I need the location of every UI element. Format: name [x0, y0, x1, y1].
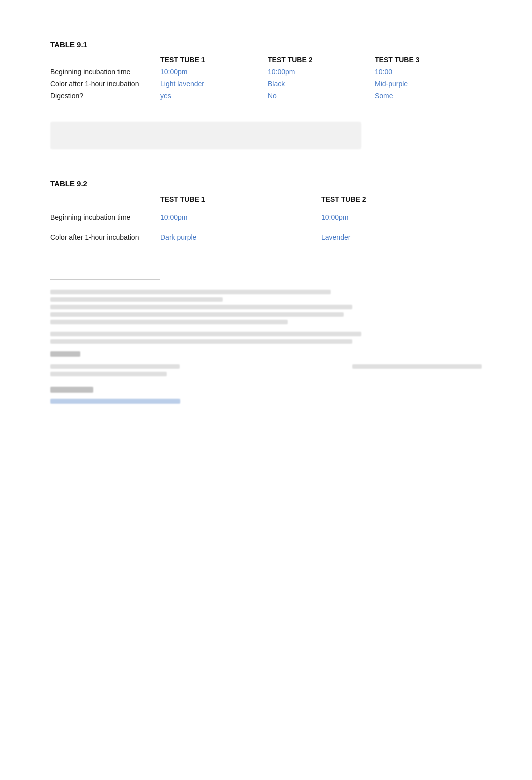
- row-tube3-value: Mid-purple: [375, 78, 482, 90]
- blurred-line: [50, 372, 167, 376]
- blurred-line: [50, 364, 180, 369]
- row-tube3-value: 10:00: [375, 66, 482, 78]
- table-row: Color after 1-hour incubation Dark purpl…: [50, 229, 482, 249]
- table-row: Beginning incubation time 10:00pm 10:00p…: [50, 66, 482, 78]
- table-9-1-col-tube1: TEST TUBE 1: [160, 54, 268, 66]
- row-tube1-value: 10:00pm: [160, 66, 268, 78]
- row-label: Color after 1-hour incubation: [50, 229, 160, 249]
- table-9-2-col-tube2: TEST TUBE 2: [321, 193, 482, 205]
- blurred-paragraph-2: [50, 332, 482, 344]
- row-tube2-value: Black: [268, 78, 375, 90]
- bottom-blurred-area: [50, 279, 482, 405]
- blurred-line: [50, 297, 223, 302]
- table-9-2-title: TABLE 9.2: [50, 179, 482, 188]
- row-tube1-value: Light lavender: [160, 78, 268, 90]
- row-tube2-value: Lavender: [321, 229, 482, 249]
- table-9-1: TEST TUBE 1 TEST TUBE 2 TEST TUBE 3 Begi…: [50, 54, 482, 102]
- table-9-1-header-row: TEST TUBE 1 TEST TUBE 2 TEST TUBE 3: [50, 54, 482, 66]
- row-tube1-value: 10:00pm: [160, 205, 321, 229]
- table-9-1-section: TABLE 9.1 TEST TUBE 1 TEST TUBE 2 TEST T…: [50, 40, 482, 102]
- blurred-link-area: [50, 387, 482, 405]
- table-9-2-header-row: TEST TUBE 1 TEST TUBE 2: [50, 193, 482, 205]
- row-label: Digestion?: [50, 90, 160, 102]
- row-tube1-value: yes: [160, 90, 268, 102]
- table-row: Beginning incubation time 10:00pm 10:00p…: [50, 205, 482, 229]
- table-9-1-col-label: [50, 54, 160, 66]
- table-9-2-col-empty: [50, 193, 160, 205]
- table-9-2-col-tube1: TEST TUBE 1: [160, 193, 321, 205]
- blurred-line: [50, 305, 352, 309]
- blurred-content-1: [50, 122, 361, 149]
- blurred-label-1: [50, 351, 482, 357]
- table-row: Digestion? yes No Some: [50, 90, 482, 102]
- row-label: Beginning incubation time: [50, 66, 160, 78]
- table-9-2-section: TABLE 9.2 TEST TUBE 1 TEST TUBE 2 Beginn…: [50, 179, 482, 249]
- table-9-2: TEST TUBE 1 TEST TUBE 2 Beginning incuba…: [50, 193, 482, 249]
- row-label: Color after 1-hour incubation: [50, 78, 160, 90]
- blurred-line: [50, 320, 288, 324]
- blurred-link[interactable]: [50, 399, 180, 404]
- row-tube2-value: 10:00pm: [321, 205, 482, 229]
- blurred-line: [50, 339, 352, 344]
- blurred-title: [50, 351, 80, 357]
- blurred-line: [50, 332, 361, 336]
- row-label: Beginning incubation time: [50, 205, 160, 229]
- separator: [50, 279, 160, 280]
- blurred-title: [50, 387, 93, 393]
- blurred-line: [352, 364, 482, 369]
- row-tube2-value: No: [268, 90, 375, 102]
- blurred-line: [50, 290, 331, 294]
- blurred-line: [50, 312, 344, 317]
- row-tube3-value: Some: [375, 90, 482, 102]
- row-tube2-value: 10:00pm: [268, 66, 375, 78]
- row-tube1-value: Dark purple: [160, 229, 321, 249]
- blurred-paragraph-1: [50, 290, 482, 324]
- table-9-1-col-tube2: TEST TUBE 2: [268, 54, 375, 66]
- table-9-1-col-tube3: TEST TUBE 3: [375, 54, 482, 66]
- table-row: Color after 1-hour incubation Light lave…: [50, 78, 482, 90]
- page-content: TABLE 9.1 TEST TUBE 1 TEST TUBE 2 TEST T…: [0, 0, 532, 453]
- blurred-paragraph-3: [50, 364, 482, 379]
- table-9-1-title: TABLE 9.1: [50, 40, 482, 49]
